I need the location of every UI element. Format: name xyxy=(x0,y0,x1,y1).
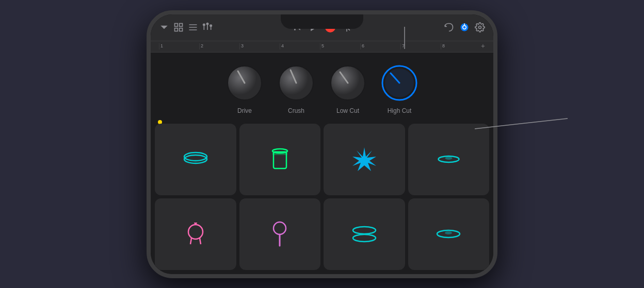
svg-point-51 xyxy=(445,231,452,234)
svg-point-46 xyxy=(273,222,286,234)
ruler-marks: 1 2 3 4 5 6 7 8 xyxy=(159,43,481,49)
pad-burst[interactable] xyxy=(324,124,405,195)
mixer-icon[interactable] xyxy=(202,22,213,32)
ruler-mark-5: 5 xyxy=(320,43,360,49)
phone-notch xyxy=(281,14,363,29)
pad-drum-canister[interactable] xyxy=(239,124,321,195)
svg-point-13 xyxy=(203,24,205,25)
svg-rect-6 xyxy=(180,28,183,31)
toolbar-right xyxy=(378,22,485,32)
pad-maraca[interactable] xyxy=(239,198,321,270)
ruler-mark-8: 8 xyxy=(441,43,481,49)
pad-hihat-open[interactable] xyxy=(324,198,405,270)
settings-button[interactable] xyxy=(475,22,485,32)
svg-point-40 xyxy=(445,157,452,160)
main-content: Drive Crush xyxy=(151,53,493,274)
ruler-mark-3: 3 xyxy=(239,43,280,49)
svg-point-48 xyxy=(353,227,376,234)
ruler-mark-4: 4 xyxy=(280,43,320,49)
svg-point-15 xyxy=(210,25,212,26)
pads-row1 xyxy=(155,124,489,270)
phone-inner: 1 2 3 4 5 6 7 8 + xyxy=(151,14,493,274)
toolbar-left xyxy=(159,22,266,32)
svg-point-41 xyxy=(188,225,203,239)
ruler-add[interactable]: + xyxy=(481,42,485,50)
drive-knob-container: Drive xyxy=(227,65,263,114)
svg-line-44 xyxy=(190,238,191,244)
ruler-mark-2: 2 xyxy=(199,43,239,49)
highcut-knob[interactable] xyxy=(381,65,417,103)
crush-label: Crush xyxy=(288,107,304,114)
svg-point-14 xyxy=(206,23,208,25)
svg-rect-4 xyxy=(180,24,183,27)
timeline-ruler: 1 2 3 4 5 6 7 8 + xyxy=(151,41,493,53)
layout-icon[interactable] xyxy=(173,22,184,32)
ruler-mark-7: 7 xyxy=(400,43,441,49)
highcut-label: High Cut xyxy=(388,107,412,114)
svg-line-45 xyxy=(200,238,201,244)
svg-marker-38 xyxy=(352,147,376,171)
phone-wrapper: 1 2 3 4 5 6 7 8 + xyxy=(0,0,644,288)
knobs-section: Drive Crush xyxy=(155,57,489,120)
ruler-mark-1: 1 xyxy=(159,43,199,49)
svg-marker-2 xyxy=(160,26,167,29)
lowcut-knob-container: Low Cut xyxy=(330,65,366,114)
list-icon[interactable] xyxy=(188,22,198,32)
undo-button[interactable] xyxy=(444,22,454,32)
pad-hihat-closed[interactable] xyxy=(155,124,236,195)
lowcut-knob[interactable] xyxy=(330,65,366,103)
drive-label: Drive xyxy=(237,107,252,114)
crush-knob[interactable] xyxy=(278,65,314,103)
pad-cymbal-small[interactable] xyxy=(408,124,490,195)
dropdown-icon[interactable] xyxy=(159,22,169,32)
svg-rect-3 xyxy=(175,24,178,27)
svg-rect-5 xyxy=(175,28,178,31)
drive-knob[interactable] xyxy=(227,65,263,103)
side-button xyxy=(496,134,497,155)
pad-cowbell[interactable] xyxy=(155,198,236,270)
svg-point-23 xyxy=(479,26,481,29)
phone-frame: 1 2 3 4 5 6 7 8 + xyxy=(147,10,497,278)
pad-ride[interactable] xyxy=(408,198,490,270)
plugin-button[interactable] xyxy=(459,22,470,32)
svg-point-49 xyxy=(353,234,376,242)
highcut-knob-container: High Cut xyxy=(381,65,417,114)
lowcut-label: Low Cut xyxy=(336,107,359,114)
svg-point-43 xyxy=(194,223,197,224)
ruler-mark-6: 6 xyxy=(360,43,400,49)
crush-knob-container: Crush xyxy=(278,65,314,114)
